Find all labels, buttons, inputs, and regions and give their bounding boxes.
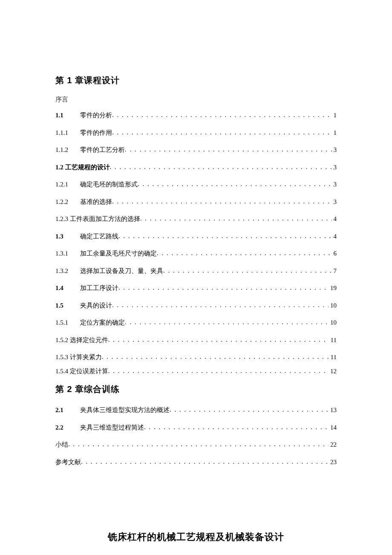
toc-section-1: 1.1零件的分析11.1.1零件的作用 11.1.2零件的工艺分析 31.2 工…: [55, 110, 337, 376]
toc-leader-dots: [144, 422, 329, 432]
document-title: 铣床杠杆的机械工艺规程及机械装备设计: [55, 531, 337, 543]
toc-leader-dots: [125, 145, 332, 154]
toc-entry-title: 1.5.3 计算夹紧力: [55, 352, 102, 362]
toc-entry-title: 零件的分析: [80, 110, 112, 120]
toc-entry-page: 12: [329, 366, 337, 376]
document-page: 第 1 章课程设计 序言 1.1零件的分析11.1.1零件的作用 11.1.2零…: [0, 0, 392, 543]
toc-entry-page: 10: [329, 318, 337, 328]
toc-entry-title: 参考文献: [55, 457, 81, 467]
toc-entry-page: 22: [329, 440, 337, 450]
toc-entry-page: 13: [329, 405, 337, 415]
toc-entry-number: 2.2: [55, 423, 80, 433]
toc-entry-title: 1.5.4 定位误差计算: [55, 366, 108, 376]
toc-entry-title: 1.2 工艺规程的设计: [55, 163, 110, 172]
toc-entry-page: 3: [332, 163, 337, 172]
toc-entry-title: 夹具体三维造型实现方法的概述: [80, 405, 170, 415]
toc-leader-dots: [108, 366, 329, 376]
toc-entry-title: 1.5.2 选择定位元件: [55, 335, 108, 345]
chapter-1-heading: 第 1 章课程设计: [55, 75, 337, 86]
preface-label: 序言: [55, 96, 337, 104]
toc-entry-number: 1.4: [55, 283, 80, 293]
toc-entry: 1.2.1确定毛坯的制造形式 3: [55, 180, 337, 189]
toc-entry-page: 23: [329, 457, 337, 467]
toc-entry-number: 2.1: [55, 405, 80, 415]
toc-entry-number: 1.1: [55, 110, 80, 120]
toc-entry: 2.1夹具体三维造型实现方法的概述13: [55, 405, 337, 415]
toc-entry-title: 加工工序设计: [80, 283, 118, 293]
toc-entry: 1.3.2选择加工设备及刀、量、夹具 7: [55, 266, 337, 276]
toc-entry-page: 3: [332, 145, 337, 155]
toc-entry-number: 1.5: [55, 301, 80, 311]
toc-entry-title: 确定工艺路线: [80, 232, 118, 241]
toc-leader-dots: [118, 231, 332, 241]
toc-entry-number: 1.3.2: [55, 266, 80, 276]
toc-entry-page: 11: [329, 335, 337, 345]
toc-entry: 1.5.3 计算夹紧力11: [55, 352, 337, 362]
toc-entry: 1.3.1加工余量及毛坯尺寸的确定 6: [55, 249, 337, 259]
toc-entry-number: 1.1.2: [55, 145, 80, 155]
toc-entry-page: 1: [332, 128, 337, 138]
toc-leader-dots: [112, 197, 332, 206]
toc-leader-dots: [125, 317, 329, 327]
toc-entry-title: 选择加工设备及刀、量、夹具: [80, 266, 163, 276]
toc-entry-title: 定位方案的确定: [80, 318, 125, 328]
toc-entry-title: 零件的作用: [80, 128, 112, 138]
toc-entry-page: 6: [332, 249, 337, 259]
toc-entry-title: 基准的选择: [80, 197, 112, 207]
toc-entry-number: 1.1.1: [55, 128, 80, 138]
toc-leader-dots: [163, 266, 332, 276]
toc-entry: 1.5夹具的设计10: [55, 301, 337, 311]
toc-leader-dots: [170, 405, 329, 415]
toc-leader-dots: [112, 128, 332, 137]
toc-leader-dots: [102, 352, 329, 362]
toc-entry-title: 夹具三维造型过程简述: [80, 423, 144, 433]
toc-entry-title: 加工余量及毛坯尺寸的确定: [80, 249, 157, 259]
toc-leader-dots: [112, 110, 332, 120]
toc-entry-page: 11: [329, 352, 337, 362]
toc-entry-number: 1.2.1: [55, 180, 80, 189]
toc-entry-number: 1.3: [55, 232, 80, 241]
toc-entry-page: 3: [332, 197, 337, 207]
toc-leader-dots: [110, 162, 332, 172]
toc-leader-dots: [81, 457, 329, 467]
toc-entry-page: 4: [332, 214, 337, 224]
toc-entry: 1.4加工工序设计19: [55, 283, 337, 293]
toc-entry-page: 3: [332, 180, 337, 189]
toc-entry-number: 1.5.1: [55, 318, 80, 328]
toc-entry-page: 19: [329, 283, 337, 293]
toc-entry-title: 小结: [55, 440, 68, 450]
toc-leader-dots: [138, 179, 332, 189]
toc-entry: 1.5.2 选择定位元件11: [55, 335, 337, 345]
toc-entry: 1.1零件的分析1: [55, 110, 337, 120]
chapter-2-heading: 第 2 章综合训练: [55, 384, 337, 395]
toc-leader-dots: [157, 248, 332, 258]
toc-leader-dots: [68, 439, 329, 449]
toc-leader-dots: [112, 300, 329, 310]
toc-entry-page: 1: [332, 110, 337, 120]
toc-entry-page: 14: [329, 423, 337, 433]
toc-section-2: 2.1夹具体三维造型实现方法的概述132.2夹具三维造型过程简述14小结 22参…: [55, 405, 337, 467]
toc-entry: 1.1.1零件的作用 1: [55, 128, 337, 138]
toc-entry: 参考文献 23: [55, 457, 337, 467]
toc-entry-number: 1.2.2: [55, 197, 80, 207]
toc-entry-page: 4: [332, 232, 337, 241]
toc-entry-number: 1.3.1: [55, 249, 80, 259]
toc-entry: 1.2.2基准的选择 3: [55, 197, 337, 207]
toc-entry-title: 夹具的设计: [80, 301, 112, 311]
toc-entry: 1.2 工艺规程的设计 3: [55, 163, 337, 172]
toc-entry: 小结 22: [55, 440, 337, 450]
toc-leader-dots: [140, 214, 332, 224]
toc-entry: 1.5.4 定位误差计算12: [55, 366, 337, 376]
toc-entry-title: 1.2.3 工件表面加工方法的选择: [55, 214, 140, 224]
toc-entry: 1.2.3 工件表面加工方法的选择4: [55, 214, 337, 224]
toc-entry: 1.1.2零件的工艺分析 3: [55, 145, 337, 155]
toc-leader-dots: [108, 335, 329, 345]
toc-leader-dots: [118, 283, 329, 293]
toc-entry-title: 零件的工艺分析: [80, 145, 125, 155]
toc-entry-page: 7: [332, 266, 337, 276]
toc-entry: 1.3确定工艺路线4: [55, 232, 337, 241]
toc-entry: 1.5.1定位方案的确定 10: [55, 318, 337, 328]
toc-entry-title: 确定毛坯的制造形式: [80, 180, 138, 189]
toc-entry-page: 10: [329, 301, 337, 311]
toc-entry: 2.2夹具三维造型过程简述14: [55, 423, 337, 433]
